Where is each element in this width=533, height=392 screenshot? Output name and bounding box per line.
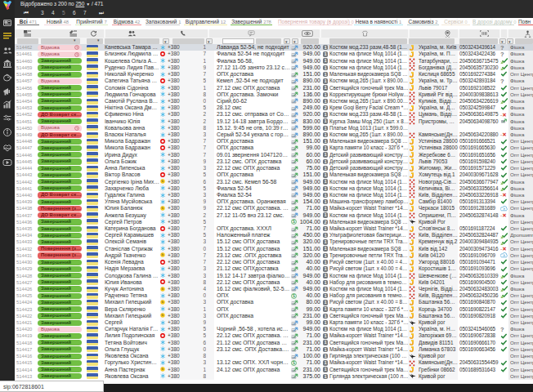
svg-text:lc: lc	[162, 180, 164, 184]
svg-text:lc: lc	[162, 368, 164, 372]
svg-text:lc: lc	[162, 254, 164, 257]
svg-text:lc: lc	[162, 287, 164, 291]
svg-text:lc: lc	[162, 301, 164, 304]
svg-text:lc: lc	[162, 314, 164, 318]
svg-text:lc: lc	[162, 207, 164, 210]
